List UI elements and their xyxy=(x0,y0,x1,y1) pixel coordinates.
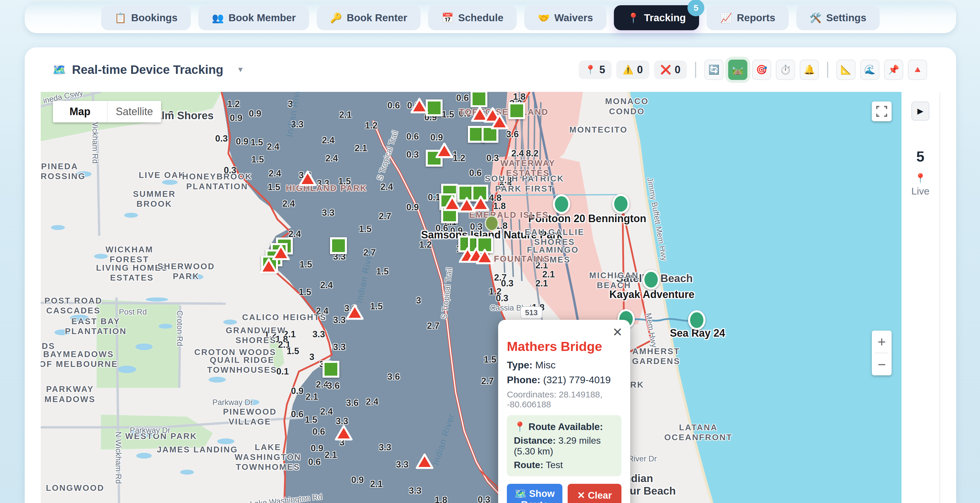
device-square-marker[interactable] xyxy=(323,361,339,378)
hazard-triangle-marker[interactable] xyxy=(435,142,453,160)
status-value: 0 xyxy=(637,64,643,76)
popup-buttons: 🗺️ Show Route ✕ Clear Route xyxy=(507,484,622,503)
pin-icon: 📍 xyxy=(627,12,639,24)
popup-coordinates-row: Coordinates: 28.149188, -80.606188 xyxy=(507,390,622,409)
chevron-down-icon[interactable]: ▼ xyxy=(237,65,244,74)
hazard-triangle-marker[interactable] xyxy=(415,453,434,470)
hazard-triangle-marker[interactable] xyxy=(299,170,317,188)
wave-button[interactable]: 🌊 xyxy=(860,60,880,80)
fullscreen-button[interactable] xyxy=(872,102,892,121)
map-type-toggle: Map Satellite xyxy=(53,101,161,123)
nav-tab-label: Schedule xyxy=(458,12,504,24)
map-type-satellite-button[interactable]: Satellite xyxy=(107,101,161,123)
toolbar: 📍5⚠️0❌0🔄🛤️🎯⏱️🔔📐🌊📌🔺 xyxy=(579,60,927,80)
nav-tab-label: Settings xyxy=(826,12,866,24)
fullscreen-icon xyxy=(876,106,887,117)
bell-button[interactable]: 🔔 xyxy=(800,60,819,80)
chart-icon: 📈 xyxy=(720,12,732,24)
hazard-triangle-marker[interactable] xyxy=(260,258,278,275)
triangle-button[interactable]: 🔺 xyxy=(908,60,927,80)
key-icon: 🔑 xyxy=(330,12,342,24)
live-device-marker[interactable] xyxy=(612,194,630,214)
map-canvas[interactable]: 1.20.90.932.10.60.90.61.83.31.50.90.93.3… xyxy=(41,92,902,503)
hazard-triangle-marker[interactable] xyxy=(335,425,353,442)
zoom-out-button[interactable]: − xyxy=(872,353,892,376)
nav-tab-label: Book Member xyxy=(229,12,296,24)
popup-title: Mathers Bridge xyxy=(507,339,622,354)
status-chip: ⚠️0 xyxy=(616,60,649,79)
hazard-triangle-marker[interactable] xyxy=(491,113,509,131)
status-value: 0 xyxy=(675,64,681,76)
pushpin-button[interactable]: 📌 xyxy=(884,60,903,80)
nav-tab-book-renter[interactable]: 🔑Book Renter xyxy=(317,5,420,30)
live-side-panel: ▶ 5 📍 Live xyxy=(902,92,939,197)
target-button[interactable]: 🎯 xyxy=(752,60,771,80)
page-title: Real-time Device Tracking xyxy=(72,63,223,77)
live-device-marker[interactable] xyxy=(553,194,570,214)
ruler-button[interactable]: 📐 xyxy=(836,60,856,80)
rail-route-button[interactable]: 🛤️ xyxy=(728,60,747,80)
warning-count-icon: ⚠️ xyxy=(623,65,633,75)
nav-tab-book-member[interactable]: 👥Book Member xyxy=(198,5,309,30)
nav-tab-label: Bookings xyxy=(131,12,177,24)
popup-type-row: Type: Misc xyxy=(507,360,622,371)
live-count: 5 xyxy=(916,148,924,165)
route-pin-icon: 📍 xyxy=(514,421,526,432)
nav-tab-reports[interactable]: 📈Reports xyxy=(706,5,788,30)
handshake-icon: 🤝 xyxy=(538,12,550,24)
nav-tab-label: Waivers xyxy=(554,12,593,24)
nav-tab-bookings[interactable]: 📋Bookings xyxy=(101,5,191,30)
nav-tab-label: Book Renter xyxy=(347,12,407,24)
nav-tab-waivers[interactable]: 🤝Waivers xyxy=(524,5,606,30)
hazard-triangle-marker[interactable] xyxy=(410,97,428,115)
nav-tab-label: Tracking xyxy=(644,12,686,24)
hazard-triangle-marker[interactable] xyxy=(472,195,490,213)
live-device-marker[interactable] xyxy=(643,270,660,290)
device-square-marker[interactable] xyxy=(330,237,347,254)
stopwatch-button[interactable]: ⏱️ xyxy=(776,60,795,80)
status-value: 5 xyxy=(599,64,605,76)
popup-phone-row: Phone: (321) 779-4019 xyxy=(507,374,622,385)
device-square-marker[interactable] xyxy=(471,92,487,107)
live-device-marker[interactable] xyxy=(688,310,705,330)
users-icon: 👥 xyxy=(212,12,224,24)
play-button[interactable]: ▶ xyxy=(912,102,929,121)
olive-marker[interactable] xyxy=(485,215,499,231)
info-popup: ✕ Mathers Bridge Type: Misc Phone: (321)… xyxy=(498,320,630,503)
nav-tab-settings[interactable]: 🛠️Settings xyxy=(796,5,880,30)
hazard-triangle-marker[interactable] xyxy=(346,304,364,321)
nav-tab-tracking[interactable]: 📍Tracking5 xyxy=(614,5,699,30)
error-count-icon: ❌ xyxy=(660,65,671,75)
tools-icon: 🛠️ xyxy=(810,12,821,24)
status-chip: 📍5 xyxy=(579,60,612,79)
toolbar-divider xyxy=(695,62,696,78)
calendar-icon: 📅 xyxy=(441,12,453,24)
route-available-box: 📍 Route Available: Distance: 3.29 miles … xyxy=(507,415,622,476)
pin-count-icon: 📍 xyxy=(585,65,596,75)
top-navigation: 📋Bookings👥Book Member🔑Book Renter📅Schedu… xyxy=(25,2,956,33)
nav-badge: 5 xyxy=(687,0,704,16)
status-chip: ❌0 xyxy=(654,60,687,79)
show-route-button[interactable]: 🗺️ Show Route xyxy=(507,484,562,503)
nav-tab-label: Reports xyxy=(737,12,775,24)
device-square-marker[interactable] xyxy=(508,102,525,119)
nav-items: 📋Bookings👥Book Member🔑Book Renter📅Schedu… xyxy=(101,5,880,30)
clear-route-button[interactable]: ✕ Clear Route xyxy=(568,484,622,503)
live-pin-icon: 📍 xyxy=(915,173,926,184)
title-group: 🗺️ Real-time Device Tracking ▼ xyxy=(52,63,244,77)
zoom-control: + − xyxy=(872,331,892,376)
nav-tab-schedule[interactable]: 📅Schedule xyxy=(428,5,517,30)
hazard-triangle-marker[interactable] xyxy=(476,248,494,266)
zoom-in-button[interactable]: + xyxy=(872,331,892,353)
close-icon[interactable]: ✕ xyxy=(612,326,623,338)
title-bar: 🗺️ Real-time Device Tracking ▼ 📍5⚠️0❌0🔄🛤… xyxy=(25,48,956,92)
live-label: Live xyxy=(912,186,929,197)
toolbar-divider xyxy=(827,62,828,78)
map-type-map-button[interactable]: Map xyxy=(53,101,107,123)
clipboard-icon: 📋 xyxy=(115,12,127,24)
refresh-button[interactable]: 🔄 xyxy=(704,60,724,80)
map-geography xyxy=(41,92,902,503)
main-card: 🗺️ Real-time Device Tracking ▼ 📍5⚠️0❌0🔄🛤… xyxy=(25,48,956,503)
side-divider xyxy=(940,92,940,503)
world-map-icon: 🗺️ xyxy=(52,64,66,76)
